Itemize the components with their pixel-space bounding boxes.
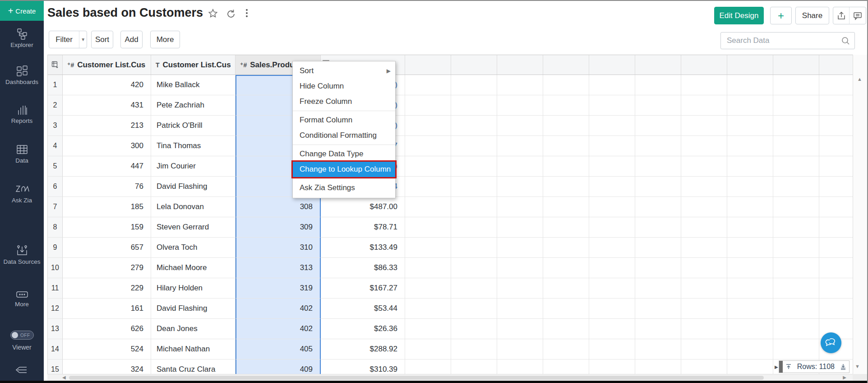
search-input[interactable] (721, 36, 841, 45)
customer-id-cell[interactable]: 300 (63, 136, 151, 156)
sidebar-item-more[interactable]: More (0, 290, 44, 308)
customer-name-cell[interactable]: Olvera Toch (151, 238, 235, 258)
product-id-cell[interactable]: 309 (235, 217, 321, 238)
customer-id-cell[interactable]: 185 (63, 197, 151, 217)
sidebar-item-explorer[interactable]: Explorer (0, 28, 44, 49)
product-id-cell[interactable]: 313 (235, 258, 321, 278)
customer-name-cell[interactable]: Mike Ballack (151, 75, 235, 95)
customer-id-cell[interactable]: 626 (63, 319, 151, 339)
product-id-cell[interactable]: 402 (235, 299, 321, 319)
customer-id-cell[interactable]: 431 (63, 95, 151, 116)
go-to-bottom-icon[interactable] (840, 363, 847, 370)
horizontal-scroll-thumb[interactable] (69, 376, 764, 380)
amount-cell[interactable]: $86.33 (321, 258, 405, 278)
add-new-button[interactable]: + (770, 7, 792, 24)
row-number-cell[interactable]: 12 (48, 299, 63, 319)
export-button[interactable] (833, 7, 850, 24)
column-header-empty[interactable] (727, 55, 773, 75)
scroll-down-arrow-icon[interactable]: ▼ (855, 364, 860, 369)
customer-name-cell[interactable]: Tina Thomas (151, 136, 235, 156)
customer-id-cell[interactable]: 657 (63, 238, 151, 258)
menu-item-hide-column[interactable]: Hide Column (293, 79, 395, 94)
amount-cell[interactable]: $26.36 (321, 319, 405, 339)
customer-id-cell[interactable]: 279 (63, 258, 151, 278)
add-button[interactable]: Add (120, 31, 143, 48)
sidebar-item-dashboards[interactable]: Dashboards (0, 65, 44, 86)
collapse-sidebar-button[interactable] (15, 365, 28, 377)
chat-fab-button[interactable] (821, 332, 841, 353)
product-id-cell[interactable]: 405 (235, 339, 321, 360)
customer-id-cell[interactable]: 159 (63, 217, 151, 238)
column-header-customer-id[interactable]: ⁺# Customer List.Cus (63, 55, 151, 75)
column-header-empty[interactable] (589, 55, 635, 75)
column-header-empty[interactable] (543, 55, 589, 75)
row-number-cell[interactable]: 4 (48, 136, 63, 156)
edit-design-button[interactable]: Edit Design (714, 7, 764, 24)
customer-id-cell[interactable]: 213 (63, 116, 151, 136)
menu-item-freeze-column[interactable]: Freeze Column (293, 94, 395, 109)
customer-name-cell[interactable]: Hilary Holden (151, 278, 235, 299)
row-number-cell[interactable]: 9 (48, 238, 63, 258)
row-number-cell[interactable]: 3 (48, 116, 63, 136)
row-number-cell[interactable]: 10 (48, 258, 63, 278)
vertical-scrollbar[interactable]: ▲ ▼ (853, 55, 868, 381)
column-header-empty[interactable] (773, 55, 819, 75)
menu-item-conditional-formatting[interactable]: Conditional Formatting (293, 128, 395, 143)
row-number-cell[interactable]: 5 (48, 156, 63, 177)
row-number-cell[interactable]: 7 (48, 197, 63, 217)
share-button[interactable]: Share (795, 7, 829, 24)
customer-name-cell[interactable]: David Flashing (151, 177, 235, 197)
comments-button[interactable] (850, 7, 866, 24)
customer-name-cell[interactable]: David Flashing (151, 299, 235, 319)
column-header-customer-name[interactable]: T Customer List.Cus (151, 55, 235, 75)
sort-button[interactable]: Sort (91, 31, 113, 48)
more-button[interactable]: More (150, 31, 180, 48)
sidebar-item-reports[interactable]: Reports (0, 104, 44, 125)
sidebar-item-data-sources[interactable]: Data Sources (0, 244, 44, 266)
row-number-cell[interactable]: 2 (48, 95, 63, 116)
row-number-cell[interactable]: 6 (48, 177, 63, 197)
customer-name-cell[interactable]: Jim Courier (151, 156, 235, 177)
favorite-star-icon[interactable] (208, 8, 218, 21)
menu-item-ask-zia-settings[interactable]: Ask Zia Settings (293, 180, 395, 196)
product-id-cell[interactable]: 402 (235, 319, 321, 339)
customer-name-cell[interactable]: Michael Moore (151, 258, 235, 278)
amount-cell[interactable]: $133.49 (321, 238, 405, 258)
create-button[interactable]: + Create (0, 1, 44, 21)
customer-id-cell[interactable]: 420 (63, 75, 151, 95)
column-header-empty[interactable] (635, 55, 681, 75)
scroll-up-arrow-icon[interactable]: ▲ (857, 76, 862, 82)
row-number-cell[interactable]: 11 (48, 278, 63, 299)
menu-item-format-column[interactable]: Format Column (293, 112, 395, 128)
column-header-empty[interactable] (497, 55, 543, 75)
scroll-left-arrow-icon[interactable]: ◀ (62, 375, 66, 380)
amount-cell[interactable]: $487.00 (321, 197, 405, 217)
amount-cell[interactable]: $53.44 (321, 299, 405, 319)
customer-name-cell[interactable]: Dean Jones (151, 319, 235, 339)
filter-button[interactable]: Filter ▼ (49, 31, 87, 48)
row-number-cell[interactable]: 14 (48, 339, 63, 360)
menu-item-change-to-lookup-column[interactable]: Change to Lookup Column (293, 162, 395, 177)
select-all-cell[interactable] (48, 55, 63, 75)
column-header-empty[interactable] (451, 55, 497, 75)
customer-name-cell[interactable]: Pete Zachriah (151, 95, 235, 116)
amount-cell[interactable]: $167.27 (321, 278, 405, 299)
customer-id-cell[interactable]: 447 (63, 156, 151, 177)
customer-id-cell[interactable]: 524 (63, 339, 151, 360)
sidebar-item-ask-zia[interactable]: Ask Zia (0, 183, 44, 204)
customer-name-cell[interactable]: Steven Gerrard (151, 217, 235, 238)
customer-name-cell[interactable]: Michael Nathan (151, 339, 235, 360)
column-header-empty[interactable] (819, 55, 853, 75)
expand-status-arrow-icon[interactable]: ▶ (775, 364, 778, 369)
customer-name-cell[interactable]: Lela Donovan (151, 197, 235, 217)
column-header-empty[interactable] (681, 55, 727, 75)
filter-dropdown-caret[interactable]: ▼ (79, 31, 87, 48)
horizontal-scrollbar[interactable]: ◀ ▶ (47, 374, 853, 381)
customer-id-cell[interactable]: 229 (63, 278, 151, 299)
row-number-cell[interactable]: 1 (48, 75, 63, 95)
product-id-cell[interactable]: 310 (235, 238, 321, 258)
customer-name-cell[interactable]: Patrick O'Brill (151, 116, 235, 136)
menu-item-sort[interactable]: Sort▶ (293, 63, 395, 79)
product-id-cell[interactable]: 319 (235, 278, 321, 299)
amount-cell[interactable]: $288.92 (321, 339, 405, 360)
